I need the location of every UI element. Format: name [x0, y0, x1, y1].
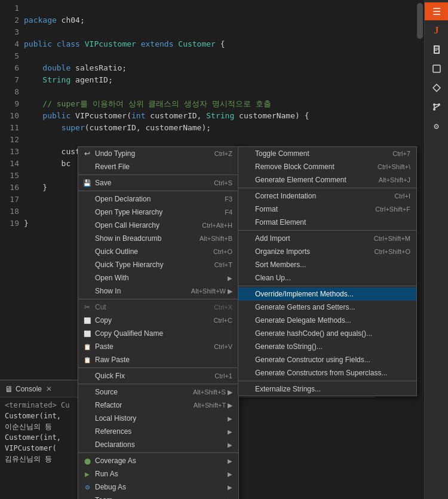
menu-label: Generate Constructors from Superclass...	[255, 369, 387, 377]
svg-rect-6	[435, 50, 437, 51]
menu-label: Quick Fix	[95, 372, 125, 380]
menu-show-in[interactable]: Show In Alt+Shift+W ▶	[78, 284, 238, 298]
menu-shortcut: Ctrl+7	[381, 150, 410, 157]
menu-shortcut: Alt+Shift+S ▶	[181, 388, 232, 396]
menu-add-import[interactable]: Add Import Ctrl+Shift+M	[238, 232, 416, 245]
separator	[78, 368, 238, 368]
menu-label: Revert File	[95, 163, 130, 171]
menu-paste[interactable]: 📋 Paste Ctrl+V	[78, 340, 238, 353]
menu-debug-as[interactable]: ⚙ Debug As ▶	[78, 480, 238, 494]
sidebar-top-bar: ☰	[425, 2, 448, 20]
menu-label: Clean Up...	[255, 274, 291, 282]
svg-rect-1	[434, 45, 435, 54]
separator	[238, 381, 416, 381]
menu-save[interactable]: 💾 Save Ctrl+S	[78, 176, 238, 189]
separator	[238, 230, 416, 231]
hamburger-icon[interactable]: ☰	[432, 6, 441, 17]
copy-icon: ⬜	[82, 315, 93, 326]
menu-generate-constructor-fields[interactable]: Generate Constructor using Fields...	[238, 353, 416, 366]
console-close-button[interactable]: ✕	[44, 384, 54, 394]
menu-undo-typing[interactable]: ↩ Undo Typing Ctrl+Z	[78, 147, 238, 160]
menu-organize-imports[interactable]: Organize Imports Ctrl+Shift+O	[238, 245, 416, 258]
copy-qualified-icon: ⬜	[82, 328, 93, 339]
menu-coverage-as[interactable]: ⬤ Coverage As ▶	[78, 454, 238, 467]
context-menu-right[interactable]: Toggle Comment Ctrl+7 Remove Block Comme…	[238, 146, 417, 396]
menu-format-element[interactable]: Format Element	[238, 216, 416, 229]
j-logo: J	[428, 22, 446, 39]
menu-label: Open With	[95, 274, 129, 282]
menu-label: Run As	[95, 470, 118, 478]
menu-open-with[interactable]: Open With ▶	[78, 271, 238, 284]
menu-label: Remove Block Comment	[255, 163, 335, 171]
context-menu-left[interactable]: ↩ Undo Typing Ctrl+Z Revert File 💾 Save …	[78, 146, 239, 499]
menu-label: Copy Qualified Name	[95, 329, 163, 338]
menu-shortcut: Alt+Shift+T ▶	[182, 402, 232, 409]
menu-label: Open Type Hierarchy	[95, 208, 162, 216]
menu-shortcut: Ctrl+1	[202, 372, 232, 379]
menu-revert-file[interactable]: Revert File	[78, 160, 238, 173]
menu-format[interactable]: Format Ctrl+Shift+F	[238, 203, 416, 216]
menu-quick-outline[interactable]: Quick Outline Ctrl+O	[78, 245, 238, 258]
menu-label: Add Import	[255, 234, 290, 243]
menu-refactor[interactable]: Refactor Alt+Shift+T ▶	[78, 399, 238, 412]
svg-rect-3	[438, 45, 440, 54]
menu-team[interactable]: Team ▶	[78, 494, 238, 499]
menu-generate-getters-setters[interactable]: Generate Getters and Setters...	[238, 301, 416, 314]
menu-run-as[interactable]: ▶ Run As ▶	[78, 467, 238, 480]
menu-label: Quick Outline	[95, 247, 138, 256]
menu-generate-constructors-superclass[interactable]: Generate Constructors from Superclass...	[238, 366, 416, 379]
sidebar-icon-file[interactable]	[428, 41, 446, 59]
svg-point-9	[433, 103, 435, 106]
menu-shortcut: Alt+Shift+W ▶	[179, 287, 232, 295]
console-tab[interactable]: 🖥 Console ✕	[5, 384, 54, 394]
menu-copy-qualified-name[interactable]: ⬜ Copy Qualified Name	[78, 327, 238, 340]
menu-label: Local History	[95, 414, 136, 423]
menu-cut[interactable]: ✂ Cut Ctrl+X	[78, 301, 238, 314]
menu-toggle-comment[interactable]: Toggle Comment Ctrl+7	[238, 147, 416, 160]
menu-source[interactable]: Source Alt+Shift+S ▶	[78, 385, 238, 399]
separator	[78, 299, 238, 299]
menu-copy[interactable]: ⬜ Copy Ctrl+C	[78, 314, 238, 327]
menu-generate-delegate-methods[interactable]: Generate Delegate Methods...	[238, 314, 416, 327]
separator	[238, 188, 416, 188]
menu-label: Open Declaration	[95, 195, 151, 203]
menu-label: Refactor	[95, 401, 122, 409]
menu-references[interactable]: References ▶	[78, 425, 238, 438]
menu-quick-fix[interactable]: Quick Fix Ctrl+1	[78, 369, 238, 382]
menu-declarations[interactable]: Declarations ▶	[78, 438, 238, 451]
menu-label: Coverage As	[95, 457, 136, 465]
svg-rect-7	[433, 65, 440, 72]
sidebar-icon-diamond[interactable]	[428, 79, 446, 97]
menu-label: Externalize Strings...	[255, 385, 321, 393]
cut-icon: ✂	[82, 302, 93, 313]
menu-correct-indentation[interactable]: Correct Indentation Ctrl+I	[238, 189, 416, 203]
coverage-icon: ⬤	[82, 455, 93, 466]
menu-clean-up[interactable]: Clean Up...	[238, 271, 416, 284]
menu-label: Debug As	[95, 483, 126, 491]
menu-remove-block-comment[interactable]: Remove Block Comment Ctrl+Shift+\	[238, 160, 416, 173]
save-icon: 💾	[82, 177, 93, 188]
menu-generate-element-comment[interactable]: Generate Element Comment Alt+Shift+J	[238, 173, 416, 186]
arrow-icon: ▶	[228, 275, 232, 281]
separator	[78, 384, 238, 384]
menu-local-history[interactable]: Local History ▶	[78, 412, 238, 425]
menu-externalize-strings[interactable]: Externalize Strings...	[238, 382, 416, 396]
menu-shortcut: F4	[213, 209, 232, 216]
menu-override-implement-methods[interactable]: Override/Implement Methods...	[238, 287, 416, 301]
menu-open-type-hierarchy[interactable]: Open Type Hierarchy F4	[78, 206, 238, 219]
menu-open-declaration[interactable]: Open Declaration F3	[78, 192, 238, 206]
menu-shortcut: Ctrl+Shift+F	[363, 206, 410, 213]
menu-sort-members[interactable]: Sort Members...	[238, 258, 416, 271]
sidebar-icon-settings[interactable]: ⚙	[428, 117, 446, 135]
menu-generate-hashcode-equals[interactable]: Generate hashCode() and equals()...	[238, 327, 416, 340]
undo-icon: ↩	[82, 148, 93, 159]
sidebar-icon-git[interactable]	[428, 98, 446, 116]
menu-raw-paste[interactable]: 📋 Raw Paste	[78, 353, 238, 366]
sidebar-icon-outline[interactable]	[428, 60, 446, 78]
menu-generate-tostring[interactable]: Generate toString()...	[238, 340, 416, 353]
menu-open-call-hierarchy[interactable]: Open Call Hierarchy Ctrl+Alt+H	[78, 219, 238, 232]
menu-label: Format	[255, 205, 278, 213]
menu-quick-type-hierarchy[interactable]: Quick Type Hierarchy Ctrl+T	[78, 258, 238, 271]
menu-show-breadcrumb[interactable]: Show in Breadcrumb Alt+Shift+B	[78, 232, 238, 245]
scrollbar-thumb[interactable]	[417, 3, 423, 39]
